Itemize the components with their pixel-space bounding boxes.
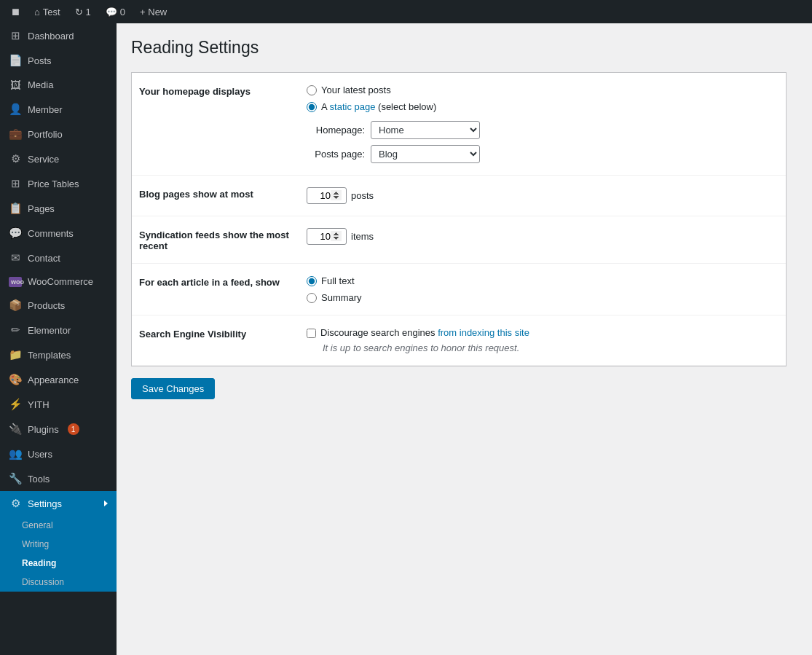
postspage-select-label: Posts page: (307, 149, 365, 160)
sidebar-item-tools[interactable]: 🔧 Tools (0, 466, 117, 491)
full-text-option[interactable]: Full text (307, 275, 779, 286)
adminbar-updates[interactable]: ↻ 1 (69, 0, 97, 23)
blog-pages-input[interactable] (307, 187, 347, 204)
static-page-option[interactable]: A static page (select below) (307, 101, 779, 112)
woo-icon: woo (9, 277, 22, 287)
users-icon: 👥 (9, 447, 22, 460)
comments-icon: 💬 (106, 7, 117, 17)
blog-pages-row: Blog pages show at most posts (132, 176, 786, 216)
media-icon: 🖼 (9, 79, 22, 91)
postspage-select-row: Posts page: Blog Home About (307, 145, 779, 163)
blog-pages-spinner (307, 187, 347, 204)
search-visibility-checkbox[interactable] (307, 329, 316, 338)
postspage-select[interactable]: Blog Home About (371, 145, 480, 163)
sidebar-item-yith[interactable]: ⚡ YITH (0, 392, 117, 417)
sidebar-item-posts[interactable]: 📄 Posts (0, 48, 117, 73)
adminbar-comments[interactable]: 💬 0 (100, 0, 131, 23)
sidebar-item-member[interactable]: 👤 Member (0, 97, 117, 122)
homepage-displays-control: Your latest posts A static page (select … (307, 85, 779, 163)
sidebar-item-appearance[interactable]: 🎨 Appearance (0, 367, 117, 392)
syndication-feeds-label: Syndication feeds show the most recent (139, 228, 292, 251)
sidebar-item-elementor[interactable]: ✏ Elementor (0, 318, 117, 342)
sidebar-item-media[interactable]: 🖼 Media (0, 73, 117, 97)
feed-article-row: For each article in a feed, show Full te… (132, 264, 786, 315)
sidebar-item-templates[interactable]: 📁 Templates (0, 342, 117, 367)
sidebar-item-products[interactable]: 📦 Products (0, 293, 117, 318)
blog-pages-label: Blog pages show at most (139, 187, 292, 200)
search-visibility-text: Discourage search engines from indexing … (320, 327, 529, 338)
sidebar-item-contact[interactable]: ✉ Contact (0, 246, 117, 270)
homepage-select[interactable]: Home Blog About (371, 121, 480, 139)
summary-radio[interactable] (307, 293, 317, 303)
indexing-link[interactable]: from indexing this site (438, 327, 529, 338)
sidebar-item-dashboard[interactable]: ⊞ Dashboard (0, 23, 117, 48)
appearance-icon: 🎨 (9, 373, 22, 386)
service-icon: ⚙ (9, 152, 22, 165)
contact-icon: ✉ (9, 251, 22, 264)
plugins-icon: 🔌 (9, 423, 22, 436)
posts-icon: 📄 (9, 54, 22, 67)
main-layout: ⊞ Dashboard 📄 Posts 🖼 Media 👤 Member 💼 P… (0, 23, 812, 655)
sidebar-item-settings[interactable]: ⚙ Settings (0, 491, 117, 516)
tools-icon: 🔧 (9, 472, 22, 485)
full-text-radio[interactable] (307, 276, 317, 286)
price-tables-icon: ⊞ (9, 177, 22, 190)
portfolio-icon: 💼 (9, 128, 22, 141)
settings-submenu: General Writing Reading Discussion (0, 516, 117, 592)
submenu-writing[interactable]: Writing (0, 535, 117, 554)
syndication-feeds-unit: items (351, 231, 374, 242)
sidebar-item-service[interactable]: ⚙ Service (0, 146, 117, 171)
products-icon: 📦 (9, 299, 22, 312)
summary-option[interactable]: Summary (307, 292, 779, 303)
sidebar-item-woocommerce[interactable]: woo WooCommerce (0, 270, 117, 293)
homepage-displays-row: Your homepage displays Your latest posts… (132, 73, 786, 176)
dashboard-icon: ⊞ (9, 29, 22, 42)
sidebar-item-users[interactable]: 👥 Users (0, 442, 117, 466)
sidebar-item-pages[interactable]: 📋 Pages (0, 196, 117, 221)
wp-logo[interactable]: ■ (6, 4, 25, 20)
latest-posts-label: Your latest posts (321, 85, 391, 95)
summary-label: Summary (321, 292, 362, 303)
homepage-select-row: Homepage: Home Blog About (307, 121, 779, 139)
feed-radio-group: Full text Summary (307, 275, 779, 303)
submenu-general[interactable]: General (0, 516, 117, 535)
templates-icon: 📁 (9, 348, 22, 361)
syndication-feeds-row: Syndication feeds show the most recent i… (132, 216, 786, 264)
homepage-select-label: Homepage: (307, 125, 365, 136)
sidebar-item-portfolio[interactable]: 💼 Portfolio (0, 122, 117, 146)
admin-bar: ■ ⌂ Test ↻ 1 💬 0 + New (0, 0, 812, 23)
page-title: Reading Settings (131, 38, 797, 58)
search-visibility-label: Search Engine Visibility (139, 327, 292, 340)
member-icon: 👤 (9, 103, 22, 116)
pages-icon: 📋 (9, 202, 22, 215)
search-visibility-control: Discourage search engines from indexing … (307, 327, 779, 353)
content-area: Reading Settings Your homepage displays … (117, 23, 812, 655)
syndication-feeds-input[interactable] (307, 228, 347, 245)
settings-form: Your homepage displays Your latest posts… (131, 72, 787, 366)
settings-arrow (104, 501, 108, 506)
latest-posts-option[interactable]: Your latest posts (307, 85, 779, 95)
full-text-label: Full text (321, 275, 355, 286)
submenu-discussion[interactable]: Discussion (0, 573, 117, 592)
blog-pages-unit: posts (351, 190, 374, 201)
static-page-link[interactable]: static page (330, 101, 376, 112)
sidebar-item-comments[interactable]: 💬 Comments (0, 221, 117, 246)
adminbar-new[interactable]: + New (134, 0, 173, 23)
search-visibility-checkbox-row: Discourage search engines from indexing … (307, 327, 779, 338)
feed-article-control: Full text Summary (307, 275, 779, 303)
syndication-feeds-control: items (307, 228, 779, 245)
save-changes-button[interactable]: Save Changes (131, 378, 215, 399)
sidebar-item-price-tables[interactable]: ⊞ Price Tables (0, 171, 117, 196)
homepage-displays-label: Your homepage displays (139, 85, 292, 97)
submenu-reading[interactable]: Reading (0, 554, 117, 573)
sidebar-item-plugins[interactable]: 🔌 Plugins 1 (0, 417, 117, 442)
settings-icon: ⚙ (9, 497, 22, 510)
adminbar-site[interactable]: ⌂ Test (28, 0, 66, 23)
static-page-radio[interactable] (307, 102, 317, 112)
syndication-feeds-spinner (307, 228, 347, 245)
static-page-label: A static page (select below) (321, 101, 436, 112)
blog-pages-control: posts (307, 187, 779, 204)
plugins-badge: 1 (68, 423, 79, 435)
latest-posts-radio[interactable] (307, 85, 317, 95)
search-visibility-row: Search Engine Visibility Discourage sear… (132, 315, 786, 366)
